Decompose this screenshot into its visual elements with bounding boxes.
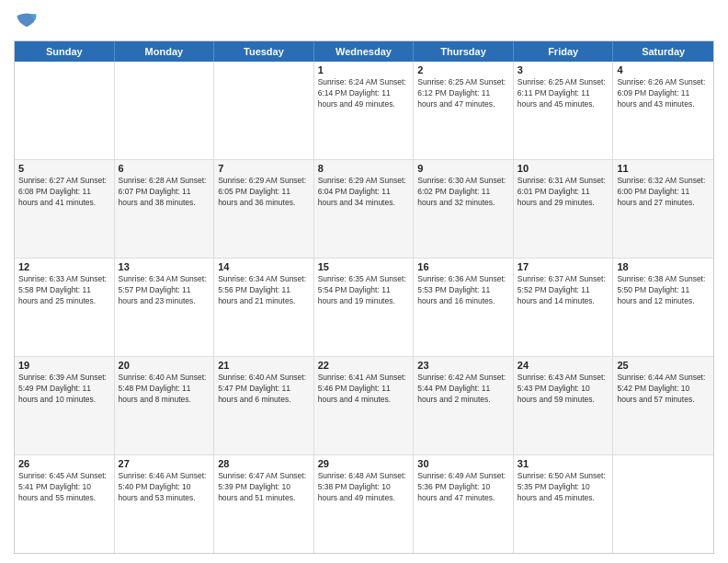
cell-info-text: Sunrise: 6:38 AM Sunset: 5:50 PM Dayligh… — [617, 274, 710, 307]
cell-info-text: Sunrise: 6:27 AM Sunset: 6:08 PM Dayligh… — [18, 176, 110, 209]
cell-info-text: Sunrise: 6:47 AM Sunset: 5:39 PM Dayligh… — [218, 471, 310, 504]
cell-day-number: 24 — [518, 360, 609, 371]
cell-info-text: Sunrise: 6:24 AM Sunset: 6:14 PM Dayligh… — [318, 77, 410, 110]
cell-info-text: Sunrise: 6:48 AM Sunset: 5:38 PM Dayligh… — [318, 471, 410, 504]
cell-day-number: 25 — [617, 360, 710, 371]
cell-info-text: Sunrise: 6:45 AM Sunset: 5:41 PM Dayligh… — [18, 471, 110, 504]
cell-day-number: 17 — [518, 261, 609, 272]
calendar-body: 1Sunrise: 6:24 AM Sunset: 6:14 PM Daylig… — [15, 62, 713, 553]
calendar-cell-0-1 — [115, 62, 215, 159]
cell-day-number: 22 — [318, 360, 410, 371]
cell-info-text: Sunrise: 6:37 AM Sunset: 5:52 PM Dayligh… — [518, 274, 609, 307]
calendar-cell-2-0: 12Sunrise: 6:33 AM Sunset: 5:58 PM Dayli… — [15, 259, 115, 356]
cell-day-number: 5 — [18, 163, 110, 174]
calendar-cell-0-3: 1Sunrise: 6:24 AM Sunset: 6:14 PM Daylig… — [314, 62, 415, 159]
calendar-cell-1-1: 6Sunrise: 6:28 AM Sunset: 6:07 PM Daylig… — [115, 160, 215, 258]
header-day-thursday: Thursday — [414, 41, 514, 62]
header — [14, 9, 714, 35]
cell-day-number: 21 — [218, 360, 310, 371]
cell-info-text: Sunrise: 6:41 AM Sunset: 5:46 PM Dayligh… — [318, 373, 410, 406]
calendar-header: SundayMondayTuesdayWednesdayThursdayFrid… — [15, 41, 713, 62]
cell-day-number: 20 — [119, 360, 210, 371]
cell-day-number: 6 — [119, 163, 210, 174]
calendar-cell-2-2: 14Sunrise: 6:34 AM Sunset: 5:56 PM Dayli… — [214, 259, 314, 356]
cell-day-number: 26 — [18, 458, 110, 469]
calendar-cell-3-4: 23Sunrise: 6:42 AM Sunset: 5:44 PM Dayli… — [414, 357, 514, 454]
cell-info-text: Sunrise: 6:40 AM Sunset: 5:48 PM Dayligh… — [119, 373, 210, 406]
cell-day-number: 27 — [119, 458, 210, 469]
calendar-cell-0-4: 2Sunrise: 6:25 AM Sunset: 6:12 PM Daylig… — [414, 62, 514, 159]
calendar-cell-4-2: 28Sunrise: 6:47 AM Sunset: 5:39 PM Dayli… — [214, 455, 314, 553]
calendar-cell-3-2: 21Sunrise: 6:40 AM Sunset: 5:47 PM Dayli… — [214, 357, 314, 454]
cell-info-text: Sunrise: 6:35 AM Sunset: 5:54 PM Dayligh… — [318, 274, 410, 307]
cell-info-text: Sunrise: 6:49 AM Sunset: 5:36 PM Dayligh… — [417, 471, 509, 504]
cell-info-text: Sunrise: 6:30 AM Sunset: 6:02 PM Dayligh… — [417, 176, 509, 209]
calendar-cell-1-6: 11Sunrise: 6:32 AM Sunset: 6:00 PM Dayli… — [613, 160, 713, 258]
calendar: SundayMondayTuesdayWednesdayThursdayFrid… — [14, 40, 714, 554]
cell-info-text: Sunrise: 6:44 AM Sunset: 5:42 PM Dayligh… — [617, 373, 710, 406]
cell-day-number: 11 — [617, 163, 710, 174]
calendar-cell-2-5: 17Sunrise: 6:37 AM Sunset: 5:52 PM Dayli… — [514, 259, 614, 356]
cell-day-number: 3 — [518, 64, 609, 75]
cell-info-text: Sunrise: 6:26 AM Sunset: 6:09 PM Dayligh… — [617, 77, 710, 110]
cell-day-number: 12 — [18, 261, 110, 272]
cell-info-text: Sunrise: 6:40 AM Sunset: 5:47 PM Dayligh… — [218, 373, 310, 406]
calendar-cell-3-0: 19Sunrise: 6:39 AM Sunset: 5:49 PM Dayli… — [15, 357, 115, 454]
calendar-cell-2-6: 18Sunrise: 6:38 AM Sunset: 5:50 PM Dayli… — [613, 259, 713, 356]
cell-day-number: 4 — [617, 64, 710, 75]
calendar-cell-0-2 — [214, 62, 314, 159]
calendar-cell-3-3: 22Sunrise: 6:41 AM Sunset: 5:46 PM Dayli… — [314, 357, 415, 454]
cell-day-number: 2 — [417, 64, 509, 75]
calendar-cell-1-0: 5Sunrise: 6:27 AM Sunset: 6:08 PM Daylig… — [15, 160, 115, 258]
cell-info-text: Sunrise: 6:25 AM Sunset: 6:11 PM Dayligh… — [518, 77, 609, 110]
cell-day-number: 31 — [518, 458, 609, 469]
calendar-row-4: 26Sunrise: 6:45 AM Sunset: 5:41 PM Dayli… — [15, 455, 713, 553]
calendar-row-3: 19Sunrise: 6:39 AM Sunset: 5:49 PM Dayli… — [15, 357, 713, 455]
cell-info-text: Sunrise: 6:50 AM Sunset: 5:35 PM Dayligh… — [518, 471, 609, 504]
calendar-cell-2-4: 16Sunrise: 6:36 AM Sunset: 5:53 PM Dayli… — [414, 259, 514, 356]
calendar-cell-1-5: 10Sunrise: 6:31 AM Sunset: 6:01 PM Dayli… — [514, 160, 614, 258]
logo — [14, 9, 43, 35]
header-day-monday: Monday — [115, 41, 215, 62]
calendar-cell-1-4: 9Sunrise: 6:30 AM Sunset: 6:02 PM Daylig… — [414, 160, 514, 258]
cell-day-number: 9 — [417, 163, 509, 174]
logo-icon — [14, 9, 40, 35]
cell-day-number: 30 — [417, 458, 509, 469]
cell-info-text: Sunrise: 6:28 AM Sunset: 6:07 PM Dayligh… — [119, 176, 210, 209]
page: SundayMondayTuesdayWednesdayThursdayFrid… — [0, 0, 728, 563]
calendar-cell-3-1: 20Sunrise: 6:40 AM Sunset: 5:48 PM Dayli… — [115, 357, 215, 454]
cell-day-number: 8 — [318, 163, 410, 174]
header-day-sunday: Sunday — [15, 41, 115, 62]
calendar-cell-0-6: 4Sunrise: 6:26 AM Sunset: 6:09 PM Daylig… — [613, 62, 713, 159]
cell-day-number: 18 — [617, 261, 710, 272]
cell-info-text: Sunrise: 6:39 AM Sunset: 5:49 PM Dayligh… — [18, 373, 110, 406]
calendar-cell-4-6 — [613, 455, 713, 553]
header-day-saturday: Saturday — [613, 41, 713, 62]
header-day-friday: Friday — [514, 41, 614, 62]
cell-day-number: 7 — [218, 163, 310, 174]
calendar-cell-1-3: 8Sunrise: 6:29 AM Sunset: 6:04 PM Daylig… — [314, 160, 415, 258]
calendar-row-2: 12Sunrise: 6:33 AM Sunset: 5:58 PM Dayli… — [15, 259, 713, 357]
cell-info-text: Sunrise: 6:34 AM Sunset: 5:56 PM Dayligh… — [218, 274, 310, 307]
calendar-cell-4-0: 26Sunrise: 6:45 AM Sunset: 5:41 PM Dayli… — [15, 455, 115, 553]
cell-day-number: 1 — [318, 64, 410, 75]
cell-info-text: Sunrise: 6:34 AM Sunset: 5:57 PM Dayligh… — [119, 274, 210, 307]
cell-info-text: Sunrise: 6:36 AM Sunset: 5:53 PM Dayligh… — [417, 274, 509, 307]
header-day-wednesday: Wednesday — [314, 41, 415, 62]
cell-info-text: Sunrise: 6:46 AM Sunset: 5:40 PM Dayligh… — [119, 471, 210, 504]
cell-day-number: 28 — [218, 458, 310, 469]
calendar-cell-4-3: 29Sunrise: 6:48 AM Sunset: 5:38 PM Dayli… — [314, 455, 415, 553]
calendar-cell-4-4: 30Sunrise: 6:49 AM Sunset: 5:36 PM Dayli… — [414, 455, 514, 553]
cell-info-text: Sunrise: 6:32 AM Sunset: 6:00 PM Dayligh… — [617, 176, 710, 209]
calendar-cell-0-5: 3Sunrise: 6:25 AM Sunset: 6:11 PM Daylig… — [514, 62, 614, 159]
cell-day-number: 19 — [18, 360, 110, 371]
cell-info-text: Sunrise: 6:43 AM Sunset: 5:43 PM Dayligh… — [518, 373, 609, 406]
cell-day-number: 15 — [318, 261, 410, 272]
calendar-cell-2-3: 15Sunrise: 6:35 AM Sunset: 5:54 PM Dayli… — [314, 259, 415, 356]
cell-day-number: 14 — [218, 261, 310, 272]
calendar-cell-2-1: 13Sunrise: 6:34 AM Sunset: 5:57 PM Dayli… — [115, 259, 215, 356]
calendar-cell-4-1: 27Sunrise: 6:46 AM Sunset: 5:40 PM Dayli… — [115, 455, 215, 553]
cell-info-text: Sunrise: 6:29 AM Sunset: 6:05 PM Dayligh… — [218, 176, 310, 209]
cell-info-text: Sunrise: 6:42 AM Sunset: 5:44 PM Dayligh… — [417, 373, 509, 406]
cell-day-number: 16 — [417, 261, 509, 272]
